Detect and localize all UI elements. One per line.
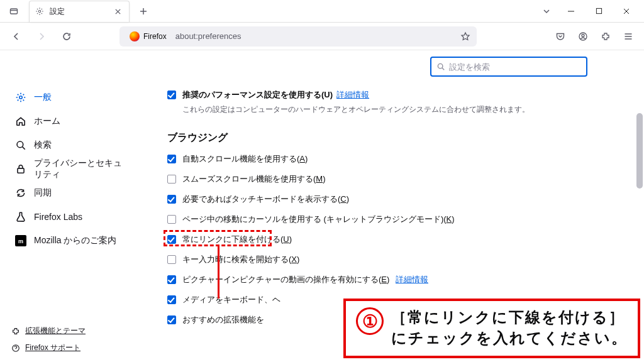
- bookmark-star-icon[interactable]: [460, 31, 470, 41]
- identity-chip[interactable]: Firefox: [126, 30, 170, 43]
- list-all-tabs-button[interactable]: [5, 3, 23, 20]
- extensions-button[interactable]: [596, 26, 615, 47]
- svg-point-5: [19, 96, 23, 99]
- tab-title: 設定: [50, 6, 108, 17]
- checkbox-label: メディアをキーボード、ヘ: [182, 294, 280, 305]
- checkbox[interactable]: [167, 235, 176, 244]
- sidebar-link-label: 拡張機能とテーマ: [25, 326, 86, 336]
- checkbox-label: キー入力時に検索を開始する(X): [182, 254, 299, 265]
- sidebar-label: 一般: [34, 92, 52, 103]
- tab-settings[interactable]: 設定: [29, 1, 130, 22]
- checkbox[interactable]: [167, 295, 176, 304]
- checkbox-label: ページ中の移動にカーソルを使用する (キャレットブラウジングモード)(K): [182, 214, 455, 225]
- prefs-search-input[interactable]: [449, 62, 581, 72]
- gear-icon: [35, 6, 45, 16]
- sidebar-item-labs[interactable]: Firefox Labs: [0, 205, 141, 229]
- prefs-sidebar: 一般 ホーム 検索 プライバシーとセキュリティ 同期 Firefox Labs …: [0, 50, 141, 362]
- prefs-search-box[interactable]: [430, 57, 587, 77]
- nav-toolbar: Firefox about:preferences: [0, 23, 644, 50]
- gear-icon: [15, 92, 26, 103]
- sidebar-label: プライバシーとセキュリティ: [34, 158, 126, 180]
- scrollbar-thumb[interactable]: [636, 113, 643, 189]
- sidebar-label: ホーム: [34, 116, 60, 127]
- annotation-connector-line: [218, 246, 219, 299]
- sidebar-link-label: Firefox サポート: [25, 343, 80, 353]
- sidebar-label: 同期: [34, 187, 52, 199]
- perf-subtext: これらの設定はコンピューターのハードウェアとオペレーティングシステムに合わせて調…: [182, 104, 629, 115]
- annotation-number-badge: ①: [356, 307, 384, 335]
- checkbox[interactable]: [167, 155, 176, 163]
- account-button[interactable]: [574, 26, 592, 47]
- identity-label: Firefox: [143, 32, 167, 41]
- save-to-pocket-button[interactable]: [551, 26, 570, 47]
- svg-text:m: m: [18, 238, 23, 244]
- sync-icon: [15, 187, 26, 199]
- checkbox-performance-recommended[interactable]: [167, 90, 176, 99]
- search-icon: [15, 140, 26, 151]
- option-row: 自動スクロール機能を使用する(A): [167, 153, 629, 165]
- sidebar-item-mozilla[interactable]: m Mozilla からのご案内: [0, 229, 141, 253]
- url-bar[interactable]: Firefox about:preferences: [119, 26, 477, 47]
- window-maximize-button[interactable]: [585, 0, 613, 23]
- checkbox[interactable]: [167, 255, 176, 264]
- annotation-text: ［常にリンクに下線を付ける］にチェックを入れてください。: [391, 307, 628, 348]
- checkbox[interactable]: [167, 195, 176, 204]
- flask-icon: [15, 211, 26, 222]
- detail-link[interactable]: 詳細情報: [396, 275, 428, 284]
- option-row: 常にリンクに下線を付ける(U): [167, 234, 629, 245]
- window-minimize-button[interactable]: [557, 0, 585, 23]
- checkbox[interactable]: [167, 215, 176, 224]
- svg-rect-2: [596, 8, 601, 13]
- checkbox[interactable]: [167, 315, 176, 324]
- svg-rect-7: [18, 168, 24, 173]
- svg-point-6: [17, 141, 23, 148]
- sidebar-item-home[interactable]: ホーム: [0, 109, 141, 133]
- close-icon[interactable]: [113, 6, 123, 16]
- option-row: スムーズスクロール機能を使用する(M): [167, 173, 629, 185]
- sidebar-label: 検索: [34, 140, 52, 151]
- option-row: 必要であればタッチキーボードを表示する(C): [167, 194, 629, 205]
- sidebar-link-support[interactable]: Firefox サポート: [11, 343, 86, 353]
- checkbox-label: おすすめの拡張機能を: [182, 314, 264, 326]
- url-text: about:preferences: [175, 31, 242, 41]
- firefox-icon: [130, 31, 140, 41]
- option-row: キー入力時に検索を開始する(X): [167, 254, 629, 265]
- checkbox-label: 推奨のパフォーマンス設定を使用する(U)詳細情報: [182, 89, 369, 101]
- checkbox-label: スムーズスクロール機能を使用する(M): [182, 173, 326, 185]
- svg-point-4: [582, 34, 584, 36]
- svg-rect-0: [11, 9, 18, 14]
- tab-strip: 設定: [0, 0, 644, 23]
- window-close-button[interactable]: [613, 0, 640, 23]
- sidebar-label: Mozilla からのご案内: [34, 235, 116, 246]
- chevron-down-icon[interactable]: [542, 7, 551, 16]
- new-tab-button[interactable]: [135, 3, 152, 20]
- checkbox-label: 必要であればタッチキーボードを表示する(C): [182, 194, 349, 205]
- puzzle-icon: [11, 327, 20, 336]
- app-menu-button[interactable]: [619, 26, 638, 47]
- mozilla-icon: m: [15, 235, 26, 246]
- sidebar-label: Firefox Labs: [34, 212, 82, 222]
- sidebar-item-sync[interactable]: 同期: [0, 181, 141, 205]
- sidebar-item-privacy[interactable]: プライバシーとセキュリティ: [0, 157, 141, 181]
- lock-icon: [15, 163, 26, 175]
- svg-point-11: [438, 63, 443, 69]
- reload-button[interactable]: [57, 26, 77, 47]
- detail-link[interactable]: 詳細情報: [336, 90, 369, 99]
- sidebar-item-search[interactable]: 検索: [0, 133, 141, 157]
- checkbox[interactable]: [167, 275, 176, 284]
- checkbox-label: 自動スクロール機能を使用する(A): [182, 153, 308, 165]
- back-button[interactable]: [6, 26, 26, 47]
- sidebar-link-addons[interactable]: 拡張機能とテーマ: [11, 326, 86, 336]
- help-icon: [11, 344, 20, 353]
- option-row: ページ中の移動にカーソルを使用する (キャレットブラウジングモード)(K): [167, 214, 629, 225]
- home-icon: [15, 116, 26, 127]
- checkbox[interactable]: [167, 175, 176, 184]
- section-heading-browsing: ブラウジング: [167, 131, 629, 145]
- checkbox-label: 常にリンクに下線を付ける(U): [182, 234, 292, 245]
- forward-button: [31, 26, 52, 47]
- option-row: ピクチャーインピクチャーの動画の操作を有効にする(E) 詳細情報: [167, 274, 629, 285]
- annotation-callout: ① ［常にリンクに下線を付ける］にチェックを入れてください。: [343, 299, 640, 358]
- svg-point-1: [38, 10, 41, 13]
- sidebar-item-general[interactable]: 一般: [0, 85, 141, 109]
